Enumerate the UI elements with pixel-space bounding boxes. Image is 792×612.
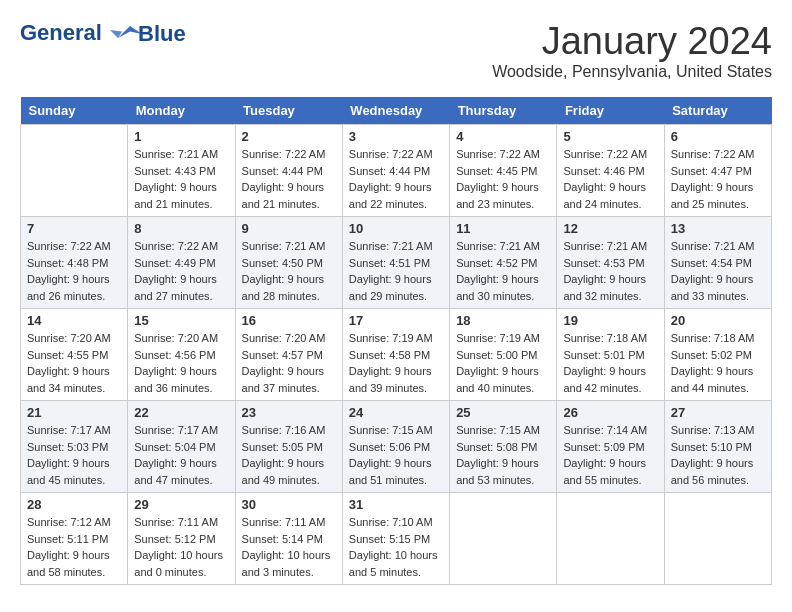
calendar-cell: 16Sunrise: 7:20 AMSunset: 4:57 PMDayligh… (235, 309, 342, 401)
calendar-cell: 4Sunrise: 7:22 AMSunset: 4:45 PMDaylight… (450, 125, 557, 217)
day-info: Sunrise: 7:11 AMSunset: 5:12 PMDaylight:… (134, 514, 228, 580)
calendar-cell: 10Sunrise: 7:21 AMSunset: 4:51 PMDayligh… (342, 217, 449, 309)
daylight-text: Daylight: 9 hours and 56 minutes. (671, 455, 765, 488)
day-info: Sunrise: 7:10 AMSunset: 5:15 PMDaylight:… (349, 514, 443, 580)
sunset-text: Sunset: 4:55 PM (27, 347, 121, 364)
sunset-text: Sunset: 5:02 PM (671, 347, 765, 364)
sunrise-text: Sunrise: 7:22 AM (671, 146, 765, 163)
month-title: January 2024 (492, 20, 772, 63)
calendar-cell: 22Sunrise: 7:17 AMSunset: 5:04 PMDayligh… (128, 401, 235, 493)
daylight-text: Daylight: 9 hours and 29 minutes. (349, 271, 443, 304)
page-header: General Blue January 2024 Woodside, Penn… (20, 20, 772, 81)
day-info: Sunrise: 7:21 AMSunset: 4:51 PMDaylight:… (349, 238, 443, 304)
day-number: 10 (349, 221, 443, 236)
sunset-text: Sunset: 5:00 PM (456, 347, 550, 364)
calendar-cell: 6Sunrise: 7:22 AMSunset: 4:47 PMDaylight… (664, 125, 771, 217)
day-number: 3 (349, 129, 443, 144)
day-number: 29 (134, 497, 228, 512)
sunrise-text: Sunrise: 7:11 AM (242, 514, 336, 531)
sunrise-text: Sunrise: 7:22 AM (563, 146, 657, 163)
day-number: 18 (456, 313, 550, 328)
calendar-cell: 14Sunrise: 7:20 AMSunset: 4:55 PMDayligh… (21, 309, 128, 401)
sunrise-text: Sunrise: 7:22 AM (349, 146, 443, 163)
day-info: Sunrise: 7:21 AMSunset: 4:54 PMDaylight:… (671, 238, 765, 304)
calendar-cell: 7Sunrise: 7:22 AMSunset: 4:48 PMDaylight… (21, 217, 128, 309)
calendar-cell: 19Sunrise: 7:18 AMSunset: 5:01 PMDayligh… (557, 309, 664, 401)
sunset-text: Sunset: 4:43 PM (134, 163, 228, 180)
sunset-text: Sunset: 5:08 PM (456, 439, 550, 456)
sunrise-text: Sunrise: 7:19 AM (456, 330, 550, 347)
day-number: 22 (134, 405, 228, 420)
sunset-text: Sunset: 4:47 PM (671, 163, 765, 180)
sunset-text: Sunset: 4:56 PM (134, 347, 228, 364)
day-number: 30 (242, 497, 336, 512)
day-info: Sunrise: 7:22 AMSunset: 4:44 PMDaylight:… (242, 146, 336, 212)
calendar-cell: 30Sunrise: 7:11 AMSunset: 5:14 PMDayligh… (235, 493, 342, 585)
day-info: Sunrise: 7:21 AMSunset: 4:53 PMDaylight:… (563, 238, 657, 304)
sunrise-text: Sunrise: 7:21 AM (563, 238, 657, 255)
day-info: Sunrise: 7:21 AMSunset: 4:50 PMDaylight:… (242, 238, 336, 304)
calendar-table: SundayMondayTuesdayWednesdayThursdayFrid… (20, 97, 772, 585)
weekday-header-friday: Friday (557, 97, 664, 125)
daylight-text: Daylight: 9 hours and 36 minutes. (134, 363, 228, 396)
sunrise-text: Sunrise: 7:21 AM (456, 238, 550, 255)
calendar-cell: 29Sunrise: 7:11 AMSunset: 5:12 PMDayligh… (128, 493, 235, 585)
daylight-text: Daylight: 9 hours and 23 minutes. (456, 179, 550, 212)
sunrise-text: Sunrise: 7:22 AM (134, 238, 228, 255)
daylight-text: Daylight: 9 hours and 40 minutes. (456, 363, 550, 396)
calendar-cell: 26Sunrise: 7:14 AMSunset: 5:09 PMDayligh… (557, 401, 664, 493)
calendar-cell: 5Sunrise: 7:22 AMSunset: 4:46 PMDaylight… (557, 125, 664, 217)
calendar-cell: 3Sunrise: 7:22 AMSunset: 4:44 PMDaylight… (342, 125, 449, 217)
logo-line1: General (20, 20, 102, 45)
sunrise-text: Sunrise: 7:10 AM (349, 514, 443, 531)
daylight-text: Daylight: 9 hours and 45 minutes. (27, 455, 121, 488)
title-section: January 2024 Woodside, Pennsylvania, Uni… (492, 20, 772, 81)
logo-line2: Blue (138, 21, 186, 46)
daylight-text: Daylight: 9 hours and 39 minutes. (349, 363, 443, 396)
day-info: Sunrise: 7:13 AMSunset: 5:10 PMDaylight:… (671, 422, 765, 488)
sunrise-text: Sunrise: 7:15 AM (456, 422, 550, 439)
day-info: Sunrise: 7:22 AMSunset: 4:48 PMDaylight:… (27, 238, 121, 304)
sunrise-text: Sunrise: 7:18 AM (563, 330, 657, 347)
calendar-body: 1Sunrise: 7:21 AMSunset: 4:43 PMDaylight… (21, 125, 772, 585)
daylight-text: Daylight: 9 hours and 51 minutes. (349, 455, 443, 488)
day-number: 25 (456, 405, 550, 420)
daylight-text: Daylight: 9 hours and 28 minutes. (242, 271, 336, 304)
sunset-text: Sunset: 5:12 PM (134, 531, 228, 548)
weekday-header-monday: Monday (128, 97, 235, 125)
sunrise-text: Sunrise: 7:21 AM (349, 238, 443, 255)
sunset-text: Sunset: 5:06 PM (349, 439, 443, 456)
daylight-text: Daylight: 9 hours and 32 minutes. (563, 271, 657, 304)
day-number: 20 (671, 313, 765, 328)
calendar-week-row: 21Sunrise: 7:17 AMSunset: 5:03 PMDayligh… (21, 401, 772, 493)
sunset-text: Sunset: 4:54 PM (671, 255, 765, 272)
daylight-text: Daylight: 10 hours and 3 minutes. (242, 547, 336, 580)
calendar-cell: 9Sunrise: 7:21 AMSunset: 4:50 PMDaylight… (235, 217, 342, 309)
day-number: 15 (134, 313, 228, 328)
day-info: Sunrise: 7:11 AMSunset: 5:14 PMDaylight:… (242, 514, 336, 580)
weekday-header-row: SundayMondayTuesdayWednesdayThursdayFrid… (21, 97, 772, 125)
calendar-cell (557, 493, 664, 585)
day-number: 11 (456, 221, 550, 236)
day-number: 12 (563, 221, 657, 236)
location: Woodside, Pennsylvania, United States (492, 63, 772, 81)
calendar-cell: 21Sunrise: 7:17 AMSunset: 5:03 PMDayligh… (21, 401, 128, 493)
day-info: Sunrise: 7:21 AMSunset: 4:43 PMDaylight:… (134, 146, 228, 212)
sunrise-text: Sunrise: 7:18 AM (671, 330, 765, 347)
daylight-text: Daylight: 9 hours and 30 minutes. (456, 271, 550, 304)
sunset-text: Sunset: 4:50 PM (242, 255, 336, 272)
sunrise-text: Sunrise: 7:16 AM (242, 422, 336, 439)
sunrise-text: Sunrise: 7:22 AM (456, 146, 550, 163)
daylight-text: Daylight: 9 hours and 58 minutes. (27, 547, 121, 580)
day-info: Sunrise: 7:20 AMSunset: 4:55 PMDaylight:… (27, 330, 121, 396)
day-info: Sunrise: 7:17 AMSunset: 5:03 PMDaylight:… (27, 422, 121, 488)
calendar-cell: 15Sunrise: 7:20 AMSunset: 4:56 PMDayligh… (128, 309, 235, 401)
calendar-cell: 28Sunrise: 7:12 AMSunset: 5:11 PMDayligh… (21, 493, 128, 585)
sunset-text: Sunset: 4:51 PM (349, 255, 443, 272)
sunrise-text: Sunrise: 7:17 AM (27, 422, 121, 439)
daylight-text: Daylight: 9 hours and 26 minutes. (27, 271, 121, 304)
sunrise-text: Sunrise: 7:20 AM (27, 330, 121, 347)
day-number: 6 (671, 129, 765, 144)
sunset-text: Sunset: 4:58 PM (349, 347, 443, 364)
calendar-cell: 1Sunrise: 7:21 AMSunset: 4:43 PMDaylight… (128, 125, 235, 217)
